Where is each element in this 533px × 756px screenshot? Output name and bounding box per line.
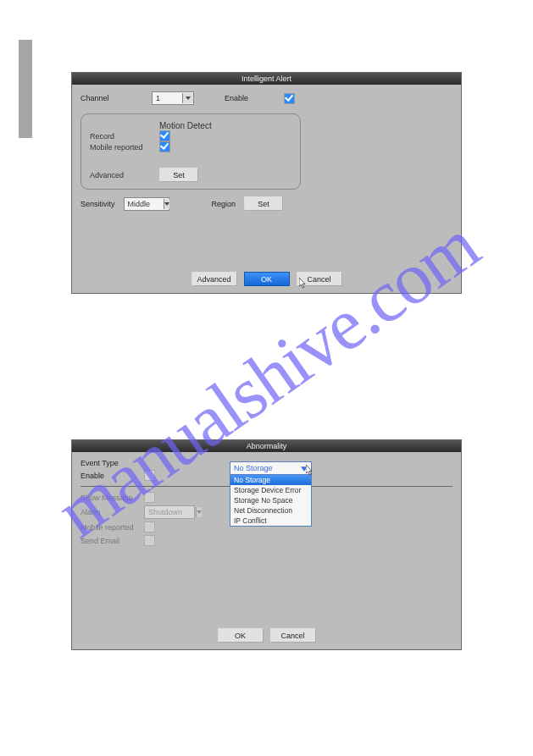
dropdown-option[interactable]: IP Conflict [230,516,311,526]
dialog-title: Abnormality [72,440,461,452]
mobile-reported-checkbox[interactable] [144,521,155,533]
ok-button[interactable]: OK [244,272,290,286]
abnormality-dialog: Abnormality Event Type Enable Show Messa… [71,439,462,650]
dropdown-option[interactable]: Storage No Space [230,495,311,505]
record-label: Record [90,132,159,141]
event-type-dropdown[interactable]: No Storage No Storage Storage Device Err… [230,461,312,527]
dropdown-option[interactable]: No Storage [230,475,311,485]
ok-button[interactable]: OK [218,628,264,643]
send-email-checkbox[interactable] [144,535,155,546]
enable-label: Enable [225,94,248,102]
event-type-selected: No Storage [234,464,273,472]
mobile-reported-label: Mobile reported [81,523,144,532]
alarm-label: Alarm [81,508,144,516]
advanced-set-button[interactable]: Set [159,168,198,182]
sensitivity-select-value: Middle [125,200,164,208]
motion-detect-label: Motion Detect [159,121,212,130]
enable-checkbox[interactable] [284,93,295,104]
intelligent-alert-dialog: Intelligent Alert Channel 1 Enable Motio… [71,72,462,294]
cancel-button[interactable]: Cancel [270,628,316,643]
chevron-down-icon [182,93,193,103]
channel-select[interactable]: 1 [152,91,194,105]
dropdown-option[interactable]: Storage Device Error [230,485,311,495]
show-message-label: Show Message [81,494,144,502]
dropdown-option[interactable]: Net Disconnection [230,505,311,516]
cursor-icon [299,278,308,290]
page-side-tab [19,40,32,138]
enable-checkbox[interactable] [144,470,155,481]
sensitivity-select[interactable]: Middle [124,197,169,211]
region-label: Region [212,200,236,208]
mobile-reported-checkbox[interactable] [159,141,170,152]
chevron-down-icon [196,507,202,517]
event-type-label: Event Type [81,459,144,467]
dialog-title: Intelligent Alert [72,73,461,85]
channel-label: Channel [81,94,142,102]
advanced-button[interactable]: Advanced [192,272,237,286]
mobile-reported-label: Mobile reported [90,143,159,152]
event-type-options: No Storage Storage Device Error Storage … [230,474,311,526]
enable-label: Enable [81,472,144,480]
channel-select-value: 1 [153,94,182,102]
detection-group: Motion Detect Record Mobile reported Adv… [81,113,301,190]
ok-button-label: OK [261,275,272,284]
alarm-select[interactable]: Shutdown [144,505,195,519]
show-message-checkbox[interactable] [144,492,155,503]
advanced-label: Advanced [90,171,159,179]
region-set-button[interactable]: Set [244,196,283,211]
sensitivity-label: Sensitivity [81,200,115,208]
cursor-icon [306,465,314,477]
chevron-down-icon [164,199,169,209]
send-email-label: Send Email [81,537,144,545]
alarm-select-value: Shutdown [145,508,196,516]
